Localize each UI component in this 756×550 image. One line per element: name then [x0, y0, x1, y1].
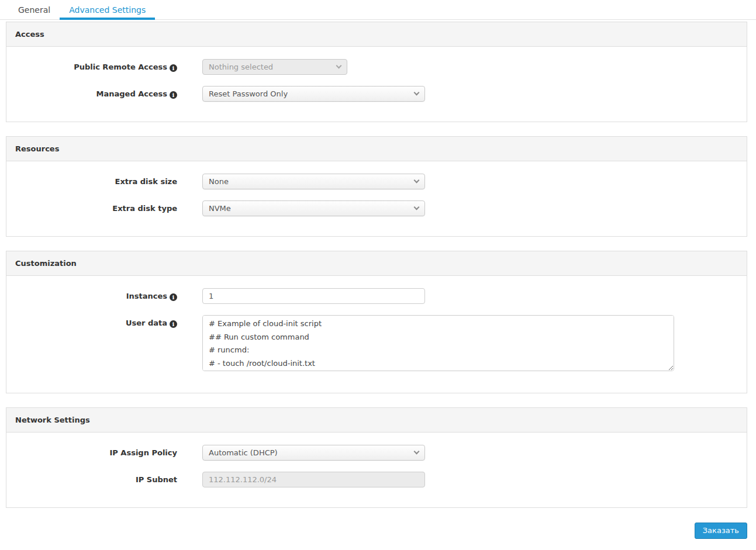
user-data-control: # Example of cloud-init script ## Run cu… [202, 315, 674, 373]
field-label-text: Managed Access [96, 89, 167, 98]
field-label-text: Extra disk size [115, 177, 177, 186]
ip-assign-policy-control: Automatic (DHCP) [202, 445, 425, 461]
field-row-instances: Instancesi [15, 288, 738, 304]
instances-control [202, 288, 425, 304]
managed-access-select[interactable]: Reset Password Only [202, 86, 425, 102]
order-button[interactable]: Заказать [695, 523, 747, 539]
select-value: Reset Password Only [209, 89, 288, 98]
ip-assign-policy-label: IP Assign Policy [15, 445, 177, 458]
section-network-settings-title: Network Settings [6, 408, 747, 433]
user-data-label: User datai [15, 315, 177, 328]
info-icon[interactable]: i [170, 293, 177, 301]
user-data-textarea[interactable]: # Example of cloud-init script ## Run cu… [202, 315, 674, 371]
section-resources-title: Resources [6, 137, 747, 161]
field-row-extra-disk-type: Extra disk type NVMe [15, 200, 738, 216]
instances-label: Instancesi [15, 288, 177, 301]
tab-advanced-settings[interactable]: Advanced Settings [60, 0, 155, 19]
field-row-ip-assign-policy: IP Assign Policy Automatic (DHCP) [15, 445, 738, 461]
field-label-text: Public Remote Access [74, 63, 167, 71]
field-label-text: IP Assign Policy [109, 448, 177, 457]
public-remote-access-select[interactable]: Nothing selected [202, 59, 347, 75]
ip-assign-policy-select[interactable]: Automatic (DHCP) [202, 445, 425, 461]
ip-subnet-input[interactable] [202, 472, 425, 487]
chevron-down-icon [414, 205, 420, 210]
managed-access-label: Managed Accessi [15, 86, 177, 99]
section-customization-body: Instancesi User datai # Example of cloud… [6, 276, 747, 393]
select-value: Nothing selected [209, 63, 273, 71]
section-customization: Customization Instancesi User datai # Ex… [6, 251, 747, 393]
public-remote-access-label: Public Remote Accessi [15, 59, 177, 72]
field-label-text: Extra disk type [112, 204, 177, 213]
chevron-down-icon [414, 178, 420, 184]
ip-subnet-control [202, 472, 425, 487]
section-access-title: Access [6, 22, 747, 47]
section-customization-title: Customization [6, 251, 747, 276]
form-actions: Заказать [6, 523, 747, 539]
field-row-managed-access: Managed Accessi Reset Password Only [15, 86, 738, 102]
tab-general[interactable]: General [9, 0, 60, 19]
select-value: NVMe [209, 204, 231, 213]
field-row-public-remote-access: Public Remote Accessi Nothing selected [15, 59, 738, 75]
chevron-down-icon [414, 90, 420, 96]
field-label-text: User data [126, 319, 167, 327]
extra-disk-type-control: NVMe [202, 200, 425, 216]
extra-disk-type-select[interactable]: NVMe [202, 200, 425, 216]
section-resources-body: Extra disk size None Extra disk type NVM… [6, 161, 747, 236]
chevron-down-icon [336, 63, 342, 69]
field-row-ip-subnet: IP Subnet [15, 472, 738, 487]
settings-form: Access Public Remote Accessi Nothing sel… [6, 22, 747, 539]
chevron-down-icon [414, 449, 420, 455]
section-access: Access Public Remote Accessi Nothing sel… [6, 22, 747, 122]
info-icon[interactable]: i [170, 64, 177, 72]
managed-access-control: Reset Password Only [202, 86, 425, 102]
info-icon[interactable]: i [170, 91, 177, 99]
ip-subnet-label: IP Subnet [15, 472, 177, 485]
field-row-extra-disk-size: Extra disk size None [15, 174, 738, 189]
extra-disk-size-label: Extra disk size [15, 174, 177, 186]
section-network-settings: Network Settings IP Assign Policy Automa… [6, 407, 747, 508]
public-remote-access-control: Nothing selected [202, 59, 347, 75]
select-value: None [209, 177, 229, 186]
info-icon[interactable]: i [170, 320, 177, 328]
section-network-settings-body: IP Assign Policy Automatic (DHCP) IP Sub… [6, 433, 747, 507]
extra-disk-size-select[interactable]: None [202, 174, 425, 189]
instances-input[interactable] [202, 288, 425, 304]
select-value: Automatic (DHCP) [209, 448, 278, 457]
extra-disk-size-control: None [202, 174, 425, 189]
extra-disk-type-label: Extra disk type [15, 200, 177, 213]
field-label-text: IP Subnet [136, 475, 177, 484]
field-row-user-data: User datai # Example of cloud-init scrip… [15, 315, 738, 373]
section-access-body: Public Remote Accessi Nothing selected M… [6, 47, 747, 122]
field-label-text: Instances [126, 292, 167, 300]
section-resources: Resources Extra disk size None Extra dis… [6, 136, 747, 237]
tab-bar: General Advanced Settings [0, 0, 756, 20]
